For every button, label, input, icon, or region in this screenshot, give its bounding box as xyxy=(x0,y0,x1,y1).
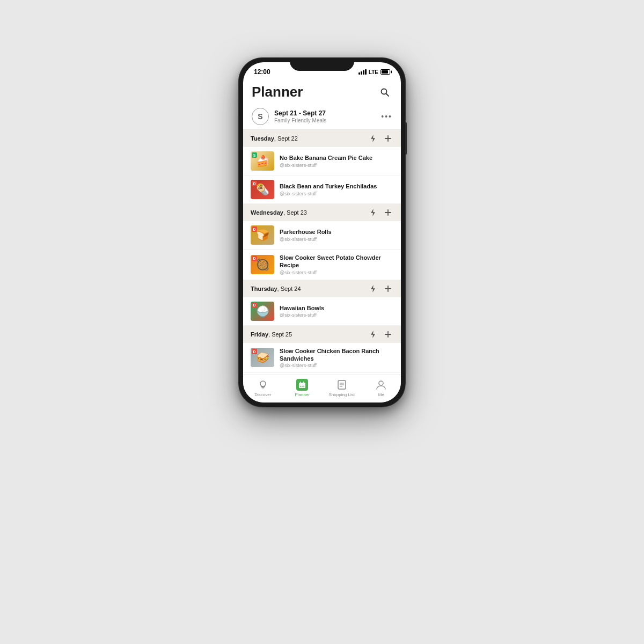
recipe-item-recipe-5[interactable]: D 🍚 Hawaiian Bowls @six-sisters-stuff xyxy=(243,297,401,326)
svg-rect-19 xyxy=(301,382,302,383)
nav-item-me[interactable]: Me xyxy=(362,378,401,397)
add-recipe-button-tuesday[interactable] xyxy=(383,133,393,144)
status-time: 12:00 xyxy=(254,68,270,76)
recipe-badge: D xyxy=(252,256,257,261)
recipe-item-recipe-3[interactable]: D 🍞 Parkerhouse Rolls @six-sisters-stuff xyxy=(243,221,401,250)
recipe-thumbnail: D 🥪 xyxy=(251,348,274,367)
add-recipe-button-thursday[interactable] xyxy=(383,283,393,294)
day-actions-tuesday xyxy=(368,133,393,144)
plan-info: Sept 21 - Sept 27 Family Friendly Meals xyxy=(274,109,381,123)
phone-shell: 12:00 LTE Pl xyxy=(239,58,405,407)
recipe-thumbnail: D 🍞 xyxy=(251,225,274,245)
recipe-badge: D xyxy=(252,303,257,308)
recipe-info: Slow Cooker Chicken Bacon Ranch Sandwich… xyxy=(280,347,393,369)
lightning-icon xyxy=(369,209,377,216)
day-label-thursday: Thursday, Sept 24 xyxy=(251,286,301,292)
svg-marker-2 xyxy=(371,135,375,142)
nav-label-planner: Planner xyxy=(295,392,310,397)
bottom-nav: Discover xyxy=(243,375,401,402)
recipe-title: Hawaiian Bowls xyxy=(280,304,393,312)
lightning-icon xyxy=(369,331,377,338)
day-header-wednesday: Wednesday, Sept 23 xyxy=(243,204,401,221)
recipe-title: No Bake Banana Cream Pie Cake xyxy=(280,154,393,162)
plus-icon xyxy=(384,285,392,292)
day-actions-friday xyxy=(368,329,393,340)
recipe-thumbnail: S 🍰 xyxy=(251,151,274,171)
nav-item-discover[interactable]: Discover xyxy=(243,378,283,397)
recipe-info: Slow Cooker Sweet Potato Chowder Recipe … xyxy=(280,254,393,275)
day-label-wednesday: Wednesday, Sept 23 xyxy=(251,209,307,216)
recipe-item-recipe-4[interactable]: D 🥘 Slow Cooker Sweet Potato Chowder Rec… xyxy=(243,250,401,280)
day-header-thursday: Thursday, Sept 24 xyxy=(243,280,401,297)
network-type: LTE xyxy=(369,69,378,75)
day-label-tuesday: Tuesday, Sept 22 xyxy=(251,135,298,142)
svg-marker-5 xyxy=(371,209,375,216)
svg-rect-18 xyxy=(299,383,305,385)
plus-icon xyxy=(384,209,392,216)
svg-point-14 xyxy=(260,381,266,386)
recipe-source: @six-sisters-stuff xyxy=(280,237,393,242)
recipe-badge: D xyxy=(252,181,257,186)
recipe-source: @six-sisters-stuff xyxy=(280,191,393,196)
plus-icon xyxy=(384,135,392,142)
battery-icon xyxy=(380,69,390,75)
search-icon xyxy=(380,87,390,97)
recipe-source: @six-sisters-stuff xyxy=(280,363,393,368)
recipe-info: Black Bean and Turkey Enchiladas @six-si… xyxy=(280,182,393,196)
app-header: Planner xyxy=(243,79,401,104)
recipe-title: Slow Cooker Chicken Bacon Ranch Sandwich… xyxy=(280,347,393,363)
scroll-area[interactable]: Tuesday, Sept 22 S 🍰 No Bake Banana Cre xyxy=(243,130,401,375)
phone-notch xyxy=(290,58,354,71)
nav-label-me: Me xyxy=(378,392,384,397)
plan-more-button[interactable]: ••• xyxy=(381,112,392,121)
add-recipe-button-wednesday[interactable] xyxy=(383,207,393,218)
recipe-item-recipe-2[interactable]: D 🌯 Black Bean and Turkey Enchiladas @si… xyxy=(243,175,401,204)
plan-dates: Sept 21 - Sept 27 xyxy=(274,109,381,117)
nav-item-planner[interactable]: Planner xyxy=(283,378,323,397)
lightning-button-friday[interactable] xyxy=(368,329,378,340)
lightning-button-tuesday[interactable] xyxy=(368,133,378,144)
day-label-friday: Friday, Sept 25 xyxy=(251,331,292,338)
recipe-source: @six-sisters-stuff xyxy=(280,163,393,168)
svg-rect-15 xyxy=(261,386,265,387)
discover-icon xyxy=(257,378,269,391)
recipe-badge: D xyxy=(252,349,257,354)
recipe-title: Parkerhouse Rolls xyxy=(280,228,393,236)
signal-bars xyxy=(358,69,367,75)
signal-bar-2 xyxy=(361,71,362,75)
recipe-item-recipe-1[interactable]: S 🍰 No Bake Banana Cream Pie Cake @six-s… xyxy=(243,147,401,175)
recipe-source: @six-sisters-stuff xyxy=(280,312,393,318)
lightning-icon xyxy=(369,135,377,142)
day-actions-wednesday xyxy=(368,207,393,218)
lightning-button-thursday[interactable] xyxy=(368,283,378,294)
nav-label-discover: Discover xyxy=(254,392,271,397)
plan-info-row[interactable]: S Sept 21 - Sept 27 Family Friendly Meal… xyxy=(243,104,401,130)
shopping-list-icon xyxy=(335,378,348,391)
plus-icon xyxy=(384,331,392,338)
svg-line-1 xyxy=(386,93,389,96)
phone-screen: 12:00 LTE Pl xyxy=(243,62,401,402)
lightning-icon xyxy=(369,285,377,292)
battery-fill xyxy=(382,70,388,74)
signal-bar-3 xyxy=(363,70,364,75)
app-content: Planner S Sept 21 - Sept 27 Family Frien… xyxy=(243,79,401,402)
nav-item-shopping-list[interactable]: Shopping List xyxy=(322,378,362,397)
svg-rect-23 xyxy=(303,386,304,387)
svg-rect-16 xyxy=(261,387,264,389)
recipe-item-recipe-6[interactable]: D 🥪 Slow Cooker Chicken Bacon Ranch Sand… xyxy=(243,343,401,374)
add-recipe-button-friday[interactable] xyxy=(383,329,393,340)
recipe-thumbnail: D 🥘 xyxy=(251,255,274,274)
recipe-thumbnail: D 🌯 xyxy=(251,180,274,199)
planner-icon xyxy=(296,378,309,391)
recipe-info: No Bake Banana Cream Pie Cake @six-siste… xyxy=(280,154,393,167)
recipe-badge: D xyxy=(252,226,257,232)
day-header-friday: Friday, Sept 25 xyxy=(243,326,401,343)
search-button[interactable] xyxy=(377,85,392,100)
nav-label-shopping-list: Shopping List xyxy=(329,392,355,397)
recipe-thumbnail: D 🍚 xyxy=(251,302,274,321)
plan-name: Family Friendly Meals xyxy=(274,118,381,123)
lightning-button-wednesday[interactable] xyxy=(368,207,378,218)
svg-rect-21 xyxy=(300,386,301,387)
recipe-info: Parkerhouse Rolls @six-sisters-stuff xyxy=(280,228,393,241)
status-icons: LTE xyxy=(358,69,390,75)
